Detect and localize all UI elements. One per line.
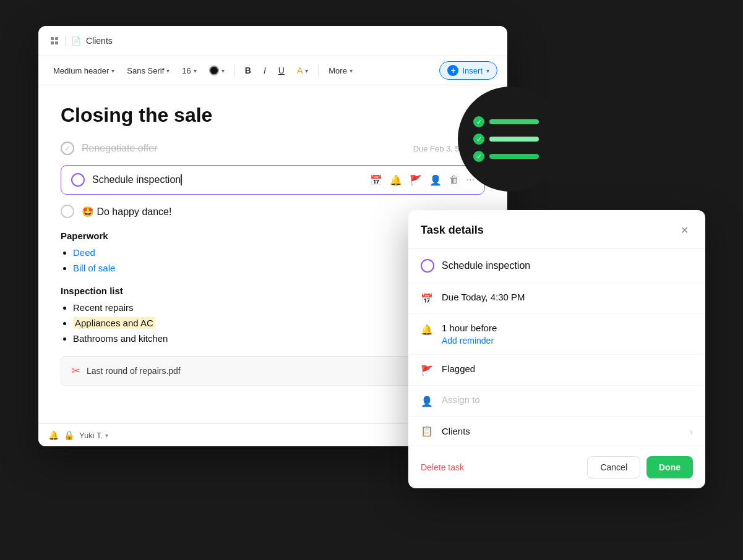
user-dropdown[interactable]: Yuki T. ▾ [79, 431, 108, 440]
underline-button[interactable]: U [273, 63, 290, 78]
add-reminder-link[interactable]: Add reminder [442, 336, 497, 346]
bell-icon-panel: 🔔 [421, 324, 433, 336]
svg-rect-3 [55, 41, 58, 45]
delete-task-link[interactable]: Delete task [421, 462, 464, 472]
preview-bar-3 [489, 154, 539, 159]
panel-footer-buttons: Cancel Done [587, 456, 693, 478]
chevron-right-icon: › [690, 426, 693, 436]
cancel-button[interactable]: Cancel [587, 456, 640, 478]
close-button[interactable]: ✕ [676, 221, 693, 239]
chevron-down-icon-color: ▾ [221, 67, 225, 74]
assign-icon[interactable]: 👤 [429, 174, 442, 186]
deed-link[interactable]: Deed [73, 247, 95, 258]
preview-check-1: ✓ [473, 116, 484, 127]
highlight-icon: A [297, 66, 303, 75]
toolbar-sep-2 [318, 65, 319, 76]
pdf-name: Last round of repairs.pdf [87, 366, 181, 376]
svg-rect-2 [51, 41, 54, 45]
doc-title: Clients [86, 36, 113, 46]
plus-icon: + [447, 65, 458, 76]
editor-toolbar: Medium header ▾ Sans Serif ▾ 16 ▾ ▾ B I … [38, 56, 507, 85]
reminder-content: 1 hour before Add reminder [442, 323, 497, 346]
preview-check-2: ✓ [473, 134, 484, 145]
panel-reminder-row: 🔔 1 hour before Add reminder [408, 314, 705, 355]
doc-icon-panel: 📋 [421, 425, 433, 437]
chevron-down-icon-more: ▾ [350, 67, 353, 74]
flag-icon[interactable]: 🚩 [410, 174, 422, 186]
person-icon-panel: 👤 [421, 396, 433, 407]
preview-bar-1 [489, 119, 539, 124]
pdf-icon: ✂ [71, 364, 80, 378]
task-done-checkbox[interactable]: ✓ [61, 142, 74, 155]
panel-task-name-row: Schedule inspection [408, 249, 705, 283]
panel-task-name-text: Schedule inspection [442, 260, 530, 271]
bill-of-sale-link[interactable]: Bill of sale [73, 263, 115, 273]
panel-footer: Delete task Cancel Done [408, 446, 705, 488]
task-actions: 📅 🔔 🚩 👤 🗑 ··· [370, 174, 475, 186]
chevron-down-icon-user: ▾ [105, 432, 108, 439]
panel-project-row[interactable]: 📋 Clients › [408, 417, 705, 446]
color-dot [209, 66, 219, 75]
calendar-icon-panel: 📅 [421, 293, 433, 305]
titlebar-divider [66, 36, 66, 46]
bold-button[interactable]: B [240, 63, 256, 78]
doc-icon: 📄 [71, 36, 81, 46]
chevron-down-icon-size: ▾ [194, 67, 197, 74]
preview-row-2: ✓ [473, 134, 548, 145]
task-done-text: Renegotiate offer [82, 143, 406, 154]
highlighted-text: Appliances and AC [73, 317, 155, 329]
due-content: Due Today, 4:30 PM [442, 292, 525, 302]
preview-row-3: ✓ [473, 151, 548, 162]
chevron-down-icon: ▾ [111, 67, 114, 74]
color-picker[interactable]: ▾ [204, 63, 230, 78]
panel-header: Task details ✕ [408, 210, 705, 249]
chevron-down-icon-font: ▾ [166, 67, 170, 74]
task-done-row[interactable]: ✓ Renegotiate offer Due Feb 3, 5:30 PM [61, 142, 485, 155]
preview-circle: ✓ ✓ ✓ [458, 87, 563, 192]
svg-rect-0 [51, 37, 54, 40]
panel-due-row: 📅 Due Today, 4:30 PM [408, 283, 705, 314]
task-active-checkbox[interactable] [71, 173, 85, 187]
italic-button[interactable]: I [259, 63, 271, 78]
task-detail-panel: Task details ✕ Schedule inspection 📅 Due… [408, 210, 705, 488]
notification-icon: 🔔 [48, 430, 59, 440]
svg-rect-1 [55, 37, 58, 40]
project-nav-left: 📋 Clients [421, 425, 470, 437]
task-active-text: Schedule inspection [92, 174, 363, 186]
font-dropdown[interactable]: Sans Serif ▾ [122, 64, 174, 78]
due-text: Due Today, 4:30 PM [442, 292, 525, 302]
preview-check-3: ✓ [473, 151, 484, 162]
reminder-main: 1 hour before [442, 323, 497, 333]
calendar-icon[interactable]: 📅 [370, 174, 382, 186]
document-title: Closing the sale [61, 104, 485, 127]
header-style-dropdown[interactable]: Medium header ▾ [48, 64, 119, 78]
preview-row-1: ✓ [473, 116, 548, 127]
chevron-down-icon-highlight: ▾ [305, 67, 308, 74]
highlight-button[interactable]: A ▾ [292, 63, 313, 78]
trash-icon[interactable]: 🗑 [449, 174, 459, 185]
chevron-down-icon-insert: ▾ [486, 67, 489, 74]
bell-icon[interactable]: 🔔 [390, 174, 402, 186]
font-size-dropdown[interactable]: 16 ▾ [177, 64, 201, 78]
project-text: Clients [442, 426, 470, 436]
assign-text: Assign to [442, 394, 480, 405]
flag-icon-panel: 🚩 [421, 365, 433, 376]
lock-icon: 🔒 [64, 430, 74, 440]
task-active-row[interactable]: Schedule inspection 📅 🔔 🚩 👤 🗑 ··· [61, 165, 485, 195]
task-happy-checkbox[interactable] [61, 205, 74, 218]
done-button[interactable]: Done [646, 456, 693, 478]
task-happy-text: 🤩 Do happy dance! [82, 206, 171, 218]
titlebar: 📄 Clients [38, 26, 507, 56]
toolbar-sep-1 [234, 65, 235, 76]
panel-task-circle[interactable] [421, 259, 434, 273]
preview-bar-2 [489, 137, 539, 142]
app-icon [48, 35, 61, 47]
panel-title: Task details [421, 224, 484, 237]
more-button[interactable]: More ▾ [324, 64, 358, 78]
flag-text: Flagged [442, 363, 475, 374]
text-cursor [181, 174, 182, 185]
insert-button[interactable]: + Insert ▾ [439, 61, 497, 80]
panel-assign-row[interactable]: 👤 Assign to [408, 386, 705, 417]
panel-flag-row: 🚩 Flagged [408, 355, 705, 386]
